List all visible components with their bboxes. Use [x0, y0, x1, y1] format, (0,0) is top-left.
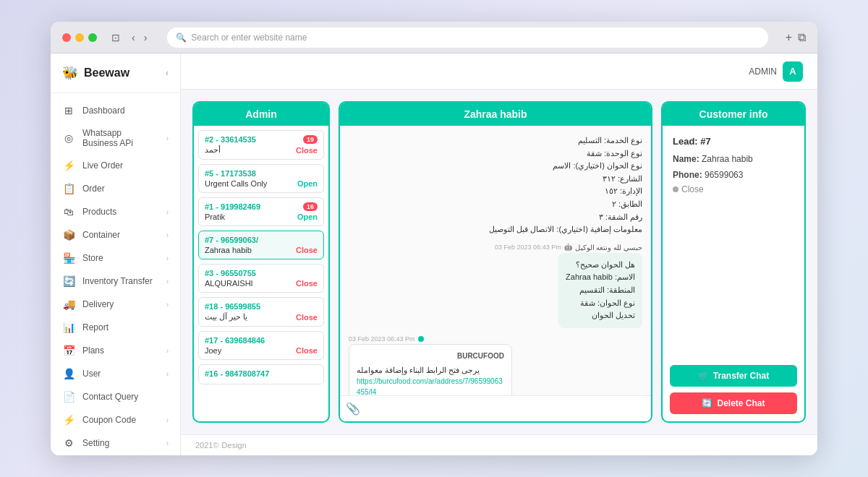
sidebar-item-store[interactable]: 🏪 Store ›: [51, 246, 180, 270]
minimize-button[interactable]: [75, 33, 84, 42]
sidebar-item-contact[interactable]: 📄 Contact Query: [51, 385, 180, 408]
sidebar-label-store: Store: [82, 253, 159, 263]
chat-panel-header: Zahraa habib: [340, 103, 651, 126]
timestamp: 03 Feb 2023 06:43 Pm: [495, 244, 561, 251]
close-button[interactable]: [62, 33, 71, 42]
maximize-button[interactable]: [88, 33, 97, 42]
sidebar-label-setting: Setting: [82, 438, 159, 448]
info-status: Close: [673, 184, 794, 194]
chat-item[interactable]: #5 - 17173538 Urgent Calls Only Open: [198, 164, 324, 193]
coupon-icon: ⚡: [62, 414, 75, 426]
admin-chat-list: #2 - 33614535 19 أحمد Close #5 - 1717353…: [194, 126, 328, 421]
plans-icon: 📅: [62, 345, 75, 356]
sidebar-item-user[interactable]: 👤 User ›: [51, 362, 180, 385]
unread-badge: 16: [303, 202, 318, 211]
phone-label: Phone:: [673, 170, 702, 180]
logo-icon: 🐝: [62, 65, 78, 81]
top-header: ADMIN A: [181, 53, 817, 90]
sidebar-label-order: Order: [82, 184, 169, 194]
chat-status: Close: [296, 246, 318, 254]
chevron-right-icon: ›: [166, 439, 169, 447]
sidebar-collapse-icon[interactable]: ‹: [166, 68, 169, 78]
chat-item[interactable]: #17 - 639684846 Joey Close: [198, 331, 324, 360]
order-icon: 📋: [62, 183, 75, 194]
transfer-chat-button[interactable]: 🛒 Transfer Chat: [670, 365, 797, 387]
container-icon: 📦: [62, 229, 75, 241]
sidebar-item-container[interactable]: 📦 Container ›: [51, 223, 180, 246]
logo-text: Beewaw: [84, 66, 129, 80]
back-button[interactable]: ‹: [129, 30, 138, 45]
store-icon: 🏪: [62, 252, 75, 264]
chat-item[interactable]: #18 - 96599855 يا حير آل بيت Close: [198, 297, 324, 327]
chat-id: #5 - 17173538: [205, 169, 256, 178]
bot-indicator: 🤖: [564, 244, 572, 251]
report-icon: 📊: [62, 322, 75, 333]
info-phone: Phone: 96599063: [673, 168, 794, 181]
browser-window: ⊡ ‹ › 🔍 Search or enter website name + ⧉…: [51, 22, 817, 455]
sidebar-label-live-order: Live Order: [82, 160, 169, 171]
copy-icon[interactable]: ⧉: [798, 31, 806, 44]
info-actions: 🛒 Transfer Chat 🔄 Delete Chat: [663, 358, 804, 421]
brand-name: BURCUFOOD: [357, 351, 504, 361]
message-block: 03 Feb 2023 06:43 Pm BURCUFOOD يرجى فتح …: [349, 335, 642, 395]
chat-status: Close: [296, 346, 318, 355]
sidebar-item-delivery[interactable]: 🚚 Delivery ›: [51, 293, 180, 316]
chat-status: Close: [296, 279, 318, 288]
sidebar-item-live-order[interactable]: ⚡ Live Order: [51, 154, 180, 177]
browser-titlebar: ⊡ ‹ › 🔍 Search or enter website name + ⧉: [51, 22, 817, 53]
sidebar-item-order[interactable]: 📋 Order: [51, 177, 180, 200]
footer-label: Design: [222, 441, 247, 450]
name-label: Name:: [673, 154, 699, 164]
sidebar-item-inventory[interactable]: 🔄 Inventory Transfer ›: [51, 270, 180, 293]
chat-name: أحمد: [205, 145, 221, 155]
sidebar-item-products[interactable]: 🛍 Products ›: [51, 200, 180, 223]
new-tab-icon[interactable]: +: [786, 31, 792, 44]
chat-item[interactable]: #3 - 96550755 ALQURAISHI Close: [198, 264, 324, 293]
forward-button[interactable]: ›: [141, 30, 150, 45]
chevron-right-icon: ›: [166, 416, 169, 424]
live-order-icon: ⚡: [62, 160, 75, 171]
address-bar[interactable]: 🔍 Search or enter website name: [167, 27, 767, 48]
chevron-right-icon: ›: [166, 254, 169, 262]
sidebar-item-coupon[interactable]: ⚡ Coupon Code ›: [51, 408, 180, 431]
chat-name: Joey: [205, 346, 221, 355]
chat-status: Close: [296, 146, 318, 155]
sidebar-label-container: Container: [82, 230, 159, 240]
chevron-right-icon: ›: [166, 208, 169, 216]
footer-year: 2021©: [195, 441, 219, 450]
sidebar-toggle-icon[interactable]: ⊡: [111, 32, 120, 43]
footer-bar: 2021© Design: [181, 434, 817, 455]
chat-name: ALQURAISHI: [205, 279, 253, 288]
chat-item-active[interactable]: #7 - 96599063/ Zahraa habib Close: [198, 231, 324, 259]
sidebar-item-whatsapp[interactable]: ◎ Whatsapp Business APi ›: [51, 122, 180, 154]
unread-badge: 19: [303, 135, 318, 144]
message-bubble-left: BURCUFOOD يرجى فتح الرابط البناء وإضافة …: [349, 344, 512, 395]
admin-badge: ADMIN A: [749, 61, 803, 82]
inventory-icon: 🔄: [62, 275, 75, 287]
chat-item[interactable]: #2 - 33614535 19 أحمد Close: [198, 130, 324, 160]
chat-panel: Zahraa habib نوع الخدمة: التسليم نوع الو…: [339, 101, 652, 423]
sidebar-label-dashboard: Dashboard: [82, 106, 169, 116]
search-icon: 🔍: [176, 33, 187, 43]
nav-arrows: ‹ ›: [129, 30, 150, 45]
traffic-lights: [62, 33, 97, 42]
phone-value: 96599063: [705, 170, 743, 180]
admin-label: ADMIN: [749, 66, 777, 77]
chat-name: Urgent Calls Only: [205, 179, 267, 188]
chat-item[interactable]: #16 - 9847808747: [198, 364, 324, 384]
sidebar-item-setting[interactable]: ⚙ Setting ›: [51, 431, 180, 455]
online-dot: [418, 336, 424, 342]
attachment-icon[interactable]: 📎: [346, 402, 360, 416]
delete-icon: 🔄: [702, 398, 712, 408]
setting-icon: ⚙: [62, 437, 75, 449]
sidebar-label-report: Report: [82, 322, 169, 332]
sidebar-item-plans[interactable]: 📅 Plans ›: [51, 339, 180, 362]
products-icon: 🛍: [62, 206, 75, 218]
message-bubble: هل الحوان صحيح؟ الاسم: Zahraa habib المن…: [558, 253, 642, 328]
sidebar-label-products: Products: [82, 207, 159, 217]
chat-item[interactable]: #1 - 919982469 16 Pratik Open: [198, 197, 324, 226]
address-placeholder: Search or enter website name: [191, 33, 307, 43]
sidebar-item-dashboard[interactable]: ⊞ Dashboard: [51, 99, 180, 122]
sidebar-item-report[interactable]: 📊 Report: [51, 316, 180, 339]
delete-chat-button[interactable]: 🔄 Delete Chat: [670, 392, 797, 414]
